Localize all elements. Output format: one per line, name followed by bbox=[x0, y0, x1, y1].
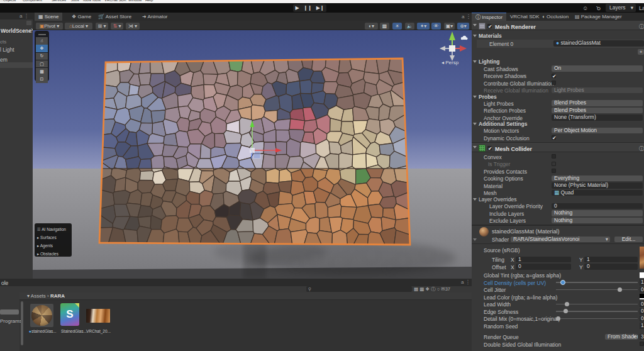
svg-text:◂ Persp: ◂ Persp bbox=[441, 60, 459, 65]
